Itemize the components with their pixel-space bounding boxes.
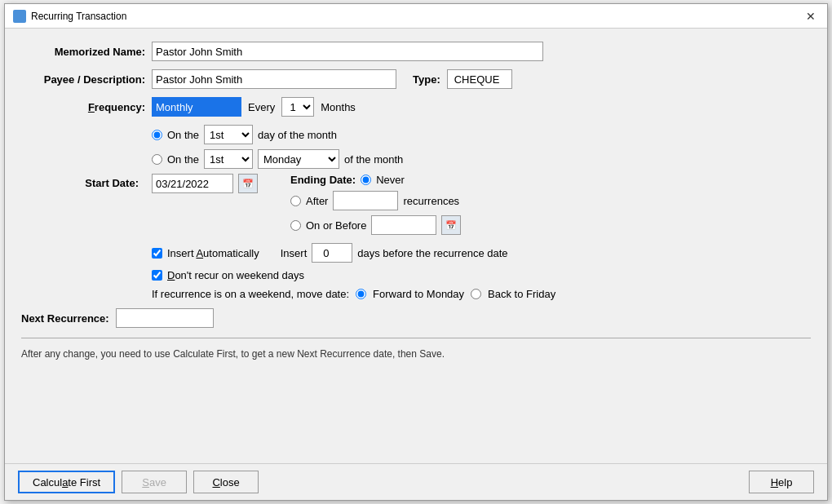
recurring-transaction-dialog: Recurring Transaction ✕ Memorized Name: … (4, 3, 828, 501)
dont-recur-label: Don't recur on weekend days (167, 269, 304, 281)
forward-to-monday-radio[interactable] (356, 289, 366, 299)
recurrences-label: recurrences (403, 195, 459, 207)
months-label: Months (321, 101, 356, 113)
date-section: Start Date: 📅 Ending Date: Never After r… (21, 174, 811, 235)
frequency-label: Frequency: (21, 101, 152, 113)
type-value: CHEQUE (447, 69, 512, 89)
payee-row: Payee / Description: Type: CHEQUE (21, 69, 811, 89)
ending-date-label: Ending Date: (290, 174, 356, 186)
radio-row-2: On the 1st 2nd 3rd 4th 5th Last Monday T… (152, 149, 811, 169)
title-bar-left: Recurring Transaction (13, 10, 126, 23)
after-input[interactable] (333, 191, 398, 210)
memorized-name-row: Memorized Name: (21, 42, 811, 61)
end-date-area: Ending Date: Never After recurrences On … (290, 174, 461, 235)
on-the-label-1: On the (167, 129, 199, 141)
days-before-label: days before the recurrence date (357, 247, 507, 259)
after-row: After recurrences (290, 191, 461, 210)
start-date-label: Start Date: (85, 177, 145, 189)
payee-input[interactable] (152, 69, 396, 89)
weekend-move-row: If recurrence is on a weekend, move date… (152, 288, 811, 300)
after-label: After (306, 195, 328, 207)
of-the-month-label: of the month (344, 153, 403, 166)
on-or-before-row: On or Before 📅 (290, 215, 461, 235)
on-the-day-section: On the 1st 2nd 3rd 4th 5th Last day of t… (152, 125, 811, 169)
on-or-before-calendar-button[interactable]: 📅 (441, 215, 461, 235)
frequency-select[interactable]: Monthly Weekly Daily Yearly (152, 97, 241, 117)
start-date-calendar-button[interactable]: 📅 (238, 174, 258, 193)
day-select-1[interactable]: 1st 2nd 3rd 4th 5th Last (204, 125, 253, 144)
payee-label: Payee / Description: (21, 73, 152, 86)
dialog-icon (13, 10, 26, 23)
title-bar: Recurring Transaction ✕ (5, 4, 827, 29)
next-recurrence-section: Next Recurrence: (21, 308, 811, 328)
on-or-before-label: On or Before (306, 219, 366, 232)
weekend-move-label: If recurrence is on a weekend, move date… (152, 288, 349, 300)
back-to-friday-radio[interactable] (471, 289, 481, 299)
type-field: Type: CHEQUE (413, 69, 512, 89)
divider (21, 338, 811, 338)
options-section: Insert Automatically Insert days before … (152, 243, 811, 300)
on-the-day-radio[interactable] (152, 130, 162, 140)
insert-auto-row: Insert Automatically Insert days before … (152, 243, 811, 263)
help-button[interactable]: Help (749, 471, 814, 493)
start-date-area: 📅 (152, 174, 258, 193)
close-window-button[interactable]: ✕ (803, 8, 819, 24)
dialog-body: Memorized Name: Payee / Description: Typ… (5, 29, 827, 463)
never-radio[interactable] (361, 175, 371, 185)
frequency-row: Frequency: Monthly Weekly Daily Yearly E… (21, 97, 811, 117)
every-select[interactable]: 1 2 3 (281, 97, 314, 117)
ending-date-header: Ending Date: Never (290, 174, 461, 186)
never-label: Never (376, 174, 405, 186)
next-recurrence-label: Next Recurrence: (21, 312, 109, 325)
info-text: After any change, you need to use Calcul… (21, 348, 811, 360)
calculate-first-button[interactable]: Calculate First (18, 471, 115, 493)
dialog-title: Recurring Transaction (31, 11, 126, 22)
radio-row-1: On the 1st 2nd 3rd 4th 5th Last day of t… (152, 125, 811, 144)
close-button[interactable]: Close (193, 471, 259, 493)
on-or-before-radio[interactable] (290, 220, 301, 231)
on-the-weekday-radio[interactable] (152, 154, 162, 165)
type-label: Type: (413, 73, 440, 86)
every-label: Every (248, 101, 275, 113)
forward-label: Forward to Monday (373, 288, 464, 300)
frequency-controls: Monthly Weekly Daily Yearly Every 1 2 3 … (152, 97, 356, 117)
insert-label: Insert (281, 247, 308, 259)
back-label: Back to Friday (488, 288, 555, 300)
save-button[interactable]: Save (122, 471, 187, 493)
memorized-name-input[interactable] (152, 42, 543, 61)
insert-auto-checkbox[interactable] (152, 248, 162, 259)
day-select-2[interactable]: 1st 2nd 3rd 4th 5th Last (204, 149, 253, 169)
insert-days-input[interactable] (312, 243, 352, 263)
button-row: Calculate First Save Close Help (5, 463, 827, 500)
on-or-before-input[interactable] (371, 215, 436, 235)
weekday-select[interactable]: Monday Tuesday Wednesday Thursday Friday (258, 149, 339, 169)
day-of-month-label: day of the month (258, 129, 337, 141)
on-the-label-2: On the (167, 153, 199, 166)
memorized-name-label: Memorized Name: (21, 46, 152, 58)
after-radio[interactable] (290, 196, 301, 206)
dont-recur-checkbox[interactable] (152, 270, 162, 281)
insert-auto-label: Insert Automatically (167, 247, 259, 259)
dont-recur-row: Don't recur on weekend days (152, 269, 811, 281)
start-date-input[interactable] (152, 174, 233, 193)
next-recurrence-input[interactable] (116, 308, 214, 328)
